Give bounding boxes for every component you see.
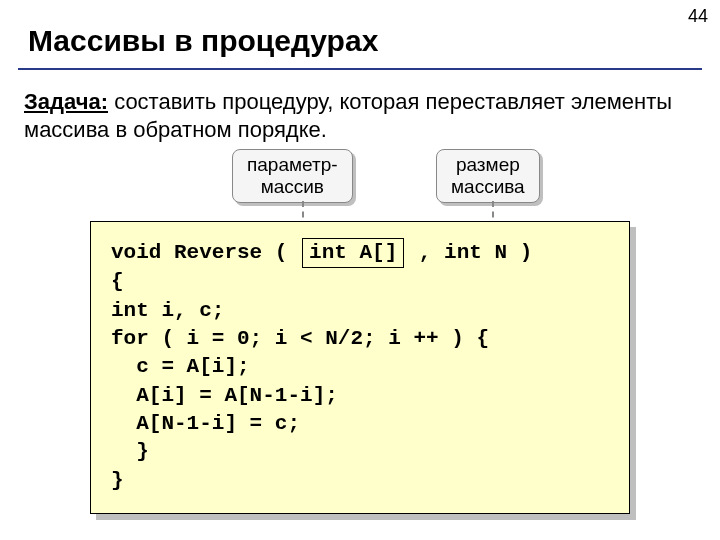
code-text: int i, c; — [111, 299, 224, 322]
task-text: составить процедуру, которая переставляе… — [24, 89, 672, 142]
code-box: void Reverse ( int A[] , int N ) { int i… — [90, 221, 630, 514]
callout-line: размер — [451, 154, 525, 176]
code-text: } — [111, 469, 124, 492]
task-paragraph: Задача: составить процедуру, которая пер… — [0, 70, 720, 143]
code-block: void Reverse ( int A[] , int N ) { int i… — [90, 221, 630, 514]
callout-parameter-array: параметр- массив — [232, 149, 353, 203]
code-text: , int N ) — [406, 241, 532, 264]
callout-line: массив — [247, 176, 338, 198]
code-text: A[i] = A[N-1-i]; — [111, 384, 338, 407]
code-text: for ( i = 0; i < N/2; i ++ ) { — [111, 327, 489, 350]
code-text: { — [111, 270, 124, 293]
code-text: A[N-1-i] = c; — [111, 412, 300, 435]
task-label: Задача: — [24, 89, 108, 114]
callout-line: массива — [451, 176, 525, 198]
code-text: c = A[i]; — [111, 355, 250, 378]
page-number: 44 — [688, 6, 708, 27]
code-param-highlight: int A[] — [302, 238, 404, 268]
code-text: } — [111, 440, 149, 463]
code-text: void Reverse ( — [111, 241, 300, 264]
page-title: Массивы в процедурах — [0, 0, 720, 64]
callout-array-size: размер массива — [436, 149, 540, 203]
callout-area: параметр- массив размер массива — [0, 143, 720, 221]
callout-line: параметр- — [247, 154, 338, 176]
